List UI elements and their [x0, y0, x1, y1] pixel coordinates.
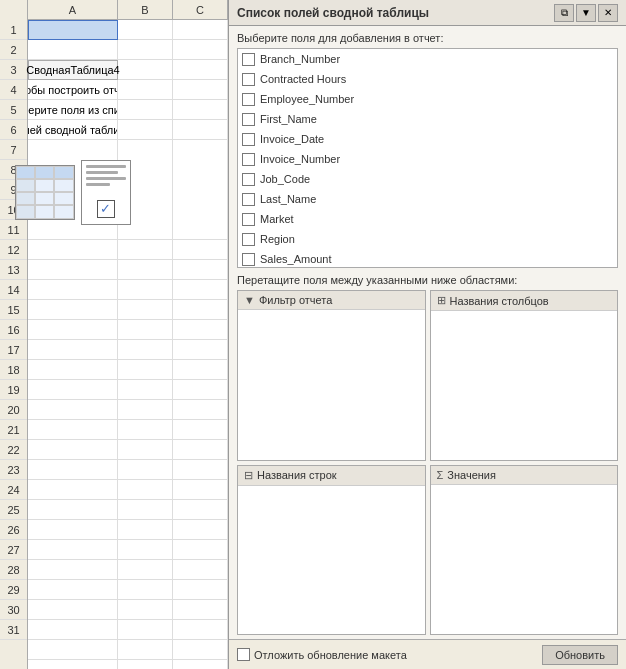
row-header-28[interactable]: 28	[0, 560, 27, 580]
field-item[interactable]: Invoice_Date	[238, 129, 617, 149]
cell-a6[interactable]: полей сводной таблицы	[28, 120, 118, 140]
cell-b11[interactable]	[118, 300, 173, 320]
cell-b26[interactable]	[118, 600, 173, 620]
field-checkbox[interactable]	[242, 233, 255, 246]
cell-b21[interactable]	[118, 500, 173, 520]
cell-a18[interactable]	[28, 440, 118, 460]
cell-c13[interactable]	[173, 340, 228, 360]
field-checkbox[interactable]	[242, 193, 255, 206]
row-header-15[interactable]: 15	[0, 300, 27, 320]
cell-c28[interactable]	[173, 640, 228, 660]
field-item[interactable]: Contracted Hours	[238, 69, 617, 89]
cell-a29[interactable]	[28, 660, 118, 669]
cell-b16[interactable]	[118, 400, 173, 420]
cell-c9[interactable]	[173, 260, 228, 280]
cell-c15[interactable]	[173, 380, 228, 400]
cell-a14[interactable]	[28, 360, 118, 380]
cell-c12[interactable]	[173, 320, 228, 340]
cell-b6[interactable]	[118, 120, 173, 140]
cell-b29[interactable]	[118, 660, 173, 669]
cell-b12[interactable]	[118, 320, 173, 340]
cell-a10[interactable]	[28, 280, 118, 300]
cell-a26[interactable]	[28, 600, 118, 620]
cell-a3[interactable]: СводнаяТаблица4	[28, 60, 118, 80]
cell-c14[interactable]	[173, 360, 228, 380]
cell-b9[interactable]	[118, 260, 173, 280]
cell-c4[interactable]	[173, 80, 228, 100]
cell-b10[interactable]	[118, 280, 173, 300]
cell-b17[interactable]	[118, 420, 173, 440]
row-header-13[interactable]: 13	[0, 260, 27, 280]
field-item[interactable]: Branch_Number	[238, 49, 617, 69]
cell-a11[interactable]	[28, 300, 118, 320]
row-header-12[interactable]: 12	[0, 240, 27, 260]
cell-a7[interactable]: ✓	[28, 140, 118, 240]
cell-b3[interactable]	[118, 60, 173, 80]
cell-c2[interactable]	[173, 40, 228, 60]
cell-c29[interactable]	[173, 660, 228, 669]
row-header-19[interactable]: 19	[0, 380, 27, 400]
cell-c5[interactable]	[173, 100, 228, 120]
cell-b27[interactable]	[118, 620, 173, 640]
field-item[interactable]: First_Name	[238, 109, 617, 129]
field-checkbox[interactable]	[242, 53, 255, 66]
row-header-27[interactable]: 27	[0, 540, 27, 560]
cell-c7[interactable]	[173, 140, 228, 240]
cell-a22[interactable]	[28, 520, 118, 540]
cell-c1[interactable]	[173, 20, 228, 40]
row-header-21[interactable]: 21	[0, 420, 27, 440]
cell-a8[interactable]	[28, 240, 118, 260]
row-header-1[interactable]: 1	[0, 20, 27, 40]
field-checkbox[interactable]	[242, 93, 255, 106]
field-checkbox[interactable]	[242, 173, 255, 186]
cell-c17[interactable]	[173, 420, 228, 440]
drop-zone-columns[interactable]: ⊞ Названия столбцов	[430, 290, 619, 461]
cell-b23[interactable]	[118, 540, 173, 560]
close-button[interactable]: ✕	[598, 4, 618, 22]
cell-a12[interactable]	[28, 320, 118, 340]
cell-c23[interactable]	[173, 540, 228, 560]
cell-a2[interactable]	[28, 40, 118, 60]
cell-c21[interactable]	[173, 500, 228, 520]
field-checkbox[interactable]	[242, 73, 255, 86]
cell-a9[interactable]	[28, 260, 118, 280]
cell-b5[interactable]	[118, 100, 173, 120]
cell-b2[interactable]	[118, 40, 173, 60]
field-checkbox[interactable]	[242, 253, 255, 266]
dropdown-button[interactable]: ▼	[576, 4, 596, 22]
update-button[interactable]: Обновить	[542, 645, 618, 665]
defer-checkbox-input[interactable]	[237, 648, 250, 661]
cell-a20[interactable]	[28, 480, 118, 500]
row-header-4[interactable]: 4	[0, 80, 27, 100]
cell-b24[interactable]	[118, 560, 173, 580]
row-header-5[interactable]: 5	[0, 100, 27, 120]
drop-zone-rows[interactable]: ⊟ Названия строк	[237, 465, 426, 636]
cell-b20[interactable]	[118, 480, 173, 500]
row-header-30[interactable]: 30	[0, 600, 27, 620]
cell-c6[interactable]	[173, 120, 228, 140]
cell-b28[interactable]	[118, 640, 173, 660]
cell-a24[interactable]	[28, 560, 118, 580]
cell-a1[interactable]	[28, 20, 118, 40]
row-header-3[interactable]: 3	[0, 60, 27, 80]
drop-zone-filter[interactable]: ▼ Фильтр отчета	[237, 290, 426, 461]
row-header-18[interactable]: 18	[0, 360, 27, 380]
cell-c16[interactable]	[173, 400, 228, 420]
cell-b13[interactable]	[118, 340, 173, 360]
cell-c22[interactable]	[173, 520, 228, 540]
cell-c11[interactable]	[173, 300, 228, 320]
cell-a27[interactable]	[28, 620, 118, 640]
row-header-14[interactable]: 14	[0, 280, 27, 300]
row-header-6[interactable]: 6	[0, 120, 27, 140]
cell-a5[interactable]: выберите поля из списка	[28, 100, 118, 120]
cell-a23[interactable]	[28, 540, 118, 560]
cell-b8[interactable]	[118, 240, 173, 260]
cell-b18[interactable]	[118, 440, 173, 460]
cell-c25[interactable]	[173, 580, 228, 600]
row-header-16[interactable]: 16	[0, 320, 27, 340]
cell-c3[interactable]	[173, 60, 228, 80]
cell-a4[interactable]: Чтобы построить отчет,	[28, 80, 118, 100]
cell-c18[interactable]	[173, 440, 228, 460]
col-header-c[interactable]: C	[173, 0, 228, 20]
cell-b25[interactable]	[118, 580, 173, 600]
